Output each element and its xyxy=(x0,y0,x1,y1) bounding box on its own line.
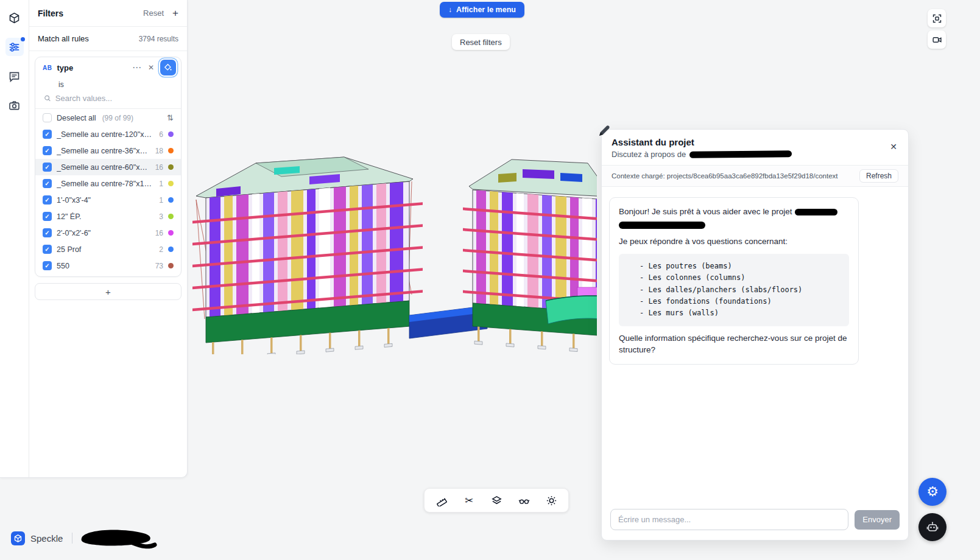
subtitle-prefix: Discutez à propos de xyxy=(612,150,686,159)
speckle-viewer-app: Filters Reset + Match all rules 3794 res… xyxy=(0,0,980,560)
comments-icon[interactable] xyxy=(5,67,24,85)
value-checkbox[interactable] xyxy=(43,212,52,221)
paint-bucket-icon xyxy=(164,63,172,72)
measure-tool-button[interactable] xyxy=(435,494,448,507)
value-color-dot xyxy=(168,148,174,153)
topics-list: - Les poutres (beams) - Les colonnes (co… xyxy=(619,254,849,326)
value-checkbox[interactable] xyxy=(43,195,52,205)
left-icon-rail xyxy=(0,0,29,477)
value-color-dot xyxy=(168,214,174,219)
filter-value-row[interactable]: _Semelle au centre-60"x12"... 16 xyxy=(35,159,181,175)
message-input[interactable] xyxy=(610,509,848,530)
brand-name[interactable]: Speckle xyxy=(30,533,63,544)
value-color-dot xyxy=(168,263,174,268)
filter-value-row[interactable]: _Semelle au centre-78"x12" ep 1 xyxy=(35,175,181,192)
rule-operator[interactable]: is xyxy=(35,78,181,90)
camera-views-icon[interactable] xyxy=(5,96,24,114)
value-checkbox[interactable] xyxy=(43,179,52,188)
value-count: 16 xyxy=(155,229,163,237)
brand-footer: Speckle xyxy=(11,526,158,550)
search-icon xyxy=(44,94,51,102)
filter-value-row[interactable]: 2'-0"x2'-6" 16 xyxy=(35,225,181,241)
value-color-dot xyxy=(168,247,174,252)
filters-rail-icon[interactable] xyxy=(5,38,24,56)
topic-item: - Les murs (walls) xyxy=(640,307,843,319)
fit-to-screen-button[interactable] xyxy=(928,9,946,27)
type-badge: AB xyxy=(43,65,52,71)
robot-icon xyxy=(925,520,940,534)
intro-line: Je peux répondre à vos questions concern… xyxy=(619,236,849,248)
show-menu-label: Afficher le menu xyxy=(456,5,516,14)
match-rule-label[interactable]: Match all rules xyxy=(38,34,89,43)
add-filter-button[interactable]: + xyxy=(172,8,178,18)
value-checkbox[interactable] xyxy=(43,245,52,254)
reset-filters-button[interactable]: Reset filters xyxy=(452,34,510,50)
filter-rule-card: AB type ⋯ ✕ is D xyxy=(35,57,182,277)
add-rule-button[interactable]: + xyxy=(35,283,182,300)
settings-fab[interactable]: ⚙ xyxy=(918,478,947,506)
refresh-context-button[interactable]: Refresh xyxy=(859,169,898,183)
sort-icon[interactable]: ⇅ xyxy=(167,113,174,122)
camera-mode-button[interactable] xyxy=(928,30,946,49)
value-checkbox[interactable] xyxy=(43,261,52,270)
search-values-input[interactable] xyxy=(55,94,174,103)
brand-divider xyxy=(72,533,72,544)
filters-notification-dot xyxy=(21,37,25,41)
send-button[interactable]: Envoyer xyxy=(855,510,900,530)
colorize-button[interactable] xyxy=(160,60,176,75)
filter-value-row[interactable]: 1'-0"x3'-4" 1 xyxy=(35,192,181,208)
filter-value-row[interactable]: 12" ÉP. 3 xyxy=(35,208,181,225)
value-checkbox[interactable] xyxy=(43,163,52,172)
filter-value-row[interactable]: _Semelle au centre-36"x12"... 18 xyxy=(35,142,181,159)
context-bar: Contexte chargé: projects/8cea6b95aa3ca6… xyxy=(602,165,908,187)
show-menu-button[interactable]: ↓ Afficher le menu xyxy=(440,2,524,18)
rule-menu-icon[interactable]: ⋯ xyxy=(132,62,142,73)
speckle-cube-icon[interactable] xyxy=(5,9,24,27)
value-label: 1'-0"x3'-4" xyxy=(57,196,154,205)
speckle-cube-logo-icon xyxy=(13,534,23,543)
filter-value-row[interactable]: 25 Prof 2 xyxy=(35,241,181,257)
fullscreen-icon xyxy=(932,13,942,24)
assistant-panel: Assistant du projet Discutez à propos de… xyxy=(601,129,909,541)
xray-tool-button[interactable] xyxy=(517,494,531,507)
redacted-text xyxy=(795,209,837,215)
value-label: _Semelle au centre-120"x18"... xyxy=(57,130,154,139)
value-checkbox[interactable] xyxy=(43,228,52,237)
assistant-subtitle: Discutez à propos de xyxy=(612,150,898,159)
value-count: 2 xyxy=(159,245,163,254)
value-color-dot xyxy=(168,181,174,186)
value-count: 18 xyxy=(155,147,163,155)
greeting-line: Bonjour! Je suis prêt à vous aider avec … xyxy=(619,206,849,229)
match-rules-row[interactable]: Match all rules 3794 results xyxy=(29,27,187,51)
topic-item: - Les poutres (beams) xyxy=(640,261,843,272)
greeting-text: Bonjour! Je suis prêt à vous aider avec … xyxy=(619,207,792,216)
speckle-logo[interactable] xyxy=(11,531,25,545)
chat-messages: Bonjour! Je suis prêt à vous aider avec … xyxy=(602,187,908,375)
close-assistant-button[interactable]: ✕ xyxy=(890,142,897,152)
rule-field-name[interactable]: type xyxy=(57,63,73,72)
layers-icon xyxy=(491,495,502,506)
value-count: 73 xyxy=(155,262,163,270)
assistant-message: Bonjour! Je suis prêt à vous aider avec … xyxy=(609,197,859,365)
deselect-all-label[interactable]: Deselect all xyxy=(57,114,96,122)
value-checkbox[interactable] xyxy=(43,130,52,139)
value-label: 12" ÉP. xyxy=(57,212,154,221)
filter-value-row[interactable]: _Semelle au centre-120"x18"... 6 xyxy=(35,126,181,142)
value-label: 550 xyxy=(57,262,150,270)
value-checkbox[interactable] xyxy=(43,146,52,155)
model-3d-viewport[interactable] xyxy=(183,135,597,354)
selection-count: (99 of 99) xyxy=(102,114,133,122)
rule-header: AB type ⋯ ✕ xyxy=(35,57,181,78)
deselect-all-checkbox[interactable] xyxy=(43,113,52,122)
filter-value-row[interactable]: 550 73 xyxy=(35,257,181,274)
rule-remove-icon[interactable]: ✕ xyxy=(148,63,154,72)
light-tool-button[interactable] xyxy=(545,494,558,507)
section-tool-button[interactable]: ✂ xyxy=(462,494,476,507)
value-color-dot xyxy=(168,164,174,170)
glasses-icon xyxy=(518,495,530,506)
value-count: 1 xyxy=(159,180,163,188)
reset-button[interactable]: Reset xyxy=(143,9,164,18)
value-count: 3 xyxy=(159,212,163,221)
assistant-fab[interactable] xyxy=(918,513,947,541)
layers-tool-button[interactable] xyxy=(490,494,503,507)
